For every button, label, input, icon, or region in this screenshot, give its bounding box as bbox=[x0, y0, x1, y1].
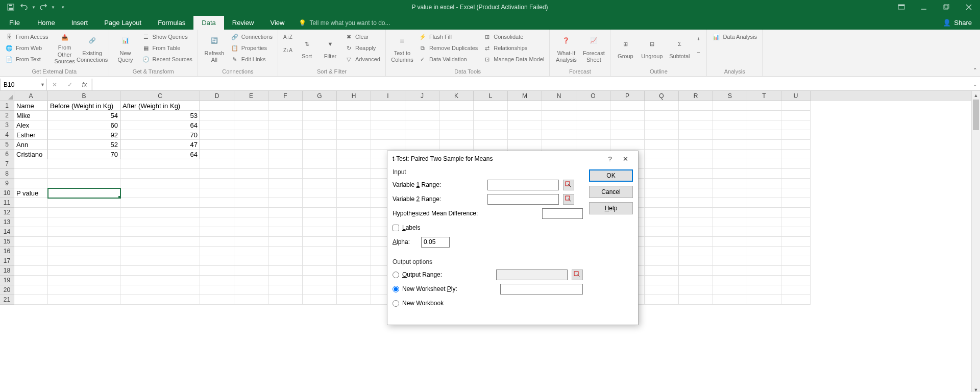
cell-C5[interactable]: 47 bbox=[120, 140, 200, 150]
row-header-16[interactable]: 16 bbox=[0, 247, 14, 256]
cell-F3[interactable] bbox=[268, 120, 303, 130]
cell-R3[interactable] bbox=[679, 120, 713, 130]
cell-F14[interactable] bbox=[268, 227, 303, 237]
cell-R11[interactable] bbox=[679, 198, 713, 208]
cell-B11[interactable] bbox=[48, 198, 120, 208]
cell-E12[interactable] bbox=[234, 208, 268, 217]
cell-D17[interactable] bbox=[200, 256, 234, 266]
cell-D19[interactable] bbox=[200, 276, 234, 285]
cell-A11[interactable] bbox=[14, 198, 48, 208]
cell-T17[interactable] bbox=[747, 256, 781, 266]
data-analysis-button[interactable]: 📊Data Analysis bbox=[710, 31, 759, 42]
cell-U13[interactable] bbox=[781, 217, 811, 227]
cell-A21[interactable] bbox=[14, 295, 48, 305]
formula-bar[interactable]: ⌄ bbox=[92, 79, 980, 90]
column-header-F[interactable]: F bbox=[268, 91, 303, 101]
row-header-8[interactable]: 8 bbox=[0, 169, 14, 179]
column-header-U[interactable]: U bbox=[781, 91, 811, 101]
cell-P1[interactable] bbox=[610, 101, 645, 111]
cell-S4[interactable] bbox=[713, 130, 747, 140]
cell-G2[interactable] bbox=[303, 111, 337, 120]
cell-T21[interactable] bbox=[747, 295, 781, 305]
tell-me-search[interactable]: 💡Tell me what you want to do... bbox=[292, 16, 396, 30]
consolidate-button[interactable]: ⊞Consolidate bbox=[481, 31, 546, 42]
cell-S10[interactable] bbox=[713, 188, 747, 198]
cell-G5[interactable] bbox=[303, 140, 337, 150]
cell-B7[interactable] bbox=[48, 159, 120, 169]
relationships-button[interactable]: ⇄Relationships bbox=[481, 42, 546, 54]
cell-O4[interactable] bbox=[576, 130, 610, 140]
column-header-S[interactable]: S bbox=[713, 91, 747, 101]
cell-A4[interactable]: Esther bbox=[14, 130, 48, 140]
edit-links-button[interactable]: ✎Edit Links bbox=[229, 54, 275, 65]
cell-D9[interactable] bbox=[200, 179, 234, 188]
cell-Q9[interactable] bbox=[645, 179, 679, 188]
column-header-O[interactable]: O bbox=[576, 91, 610, 101]
from-access-button[interactable]: 🗄From Access bbox=[3, 31, 51, 42]
cell-E15[interactable] bbox=[234, 237, 268, 247]
cell-E13[interactable] bbox=[234, 217, 268, 227]
cell-I2[interactable] bbox=[371, 111, 405, 120]
name-box[interactable]: B10▼ bbox=[0, 79, 47, 90]
var1-input[interactable] bbox=[487, 180, 559, 190]
cell-G1[interactable] bbox=[303, 101, 337, 111]
filter-button[interactable]: ▼Filter bbox=[319, 31, 341, 65]
cell-F1[interactable] bbox=[268, 101, 303, 111]
cell-F5[interactable] bbox=[268, 140, 303, 150]
cell-G16[interactable] bbox=[303, 247, 337, 256]
cell-S2[interactable] bbox=[713, 111, 747, 120]
cell-R1[interactable] bbox=[679, 101, 713, 111]
new-query-button[interactable]: 📊New Query bbox=[112, 31, 139, 65]
cell-R10[interactable] bbox=[679, 188, 713, 198]
cell-C4[interactable]: 70 bbox=[120, 130, 200, 140]
cell-D6[interactable] bbox=[200, 150, 234, 159]
cell-F8[interactable] bbox=[268, 169, 303, 179]
cell-R7[interactable] bbox=[679, 159, 713, 169]
cell-M3[interactable] bbox=[508, 120, 542, 130]
cell-R5[interactable] bbox=[679, 140, 713, 150]
cell-Q21[interactable] bbox=[645, 295, 679, 305]
cell-N1[interactable] bbox=[542, 101, 576, 111]
cell-C7[interactable] bbox=[120, 159, 200, 169]
cell-E4[interactable] bbox=[234, 130, 268, 140]
alpha-input[interactable] bbox=[421, 237, 450, 248]
tab-file[interactable]: File bbox=[0, 16, 29, 30]
cell-E2[interactable] bbox=[234, 111, 268, 120]
cell-G21[interactable] bbox=[303, 295, 337, 305]
cell-G4[interactable] bbox=[303, 130, 337, 140]
cell-S11[interactable] bbox=[713, 198, 747, 208]
cell-O3[interactable] bbox=[576, 120, 610, 130]
undo-icon[interactable] bbox=[17, 1, 31, 13]
cell-K3[interactable] bbox=[439, 120, 474, 130]
cell-A10[interactable]: P value bbox=[14, 188, 48, 198]
cell-Q3[interactable] bbox=[645, 120, 679, 130]
cell-Q17[interactable] bbox=[645, 256, 679, 266]
cell-B4[interactable]: 92 bbox=[48, 130, 120, 140]
cell-N2[interactable] bbox=[542, 111, 576, 120]
maximize-icon[interactable] bbox=[935, 0, 958, 14]
cell-H6[interactable] bbox=[337, 150, 371, 159]
remove-duplicates-button[interactable]: ⧉Remove Duplicates bbox=[416, 42, 480, 54]
subtotal-button[interactable]: ΣSubtotal bbox=[667, 31, 692, 65]
cell-H12[interactable] bbox=[337, 208, 371, 217]
cell-C17[interactable] bbox=[120, 256, 200, 266]
cell-Q20[interactable] bbox=[645, 285, 679, 295]
cell-J5[interactable] bbox=[405, 140, 439, 150]
tab-insert[interactable]: Insert bbox=[63, 16, 96, 30]
column-header-P[interactable]: P bbox=[610, 91, 645, 101]
cell-U15[interactable] bbox=[781, 237, 811, 247]
cell-B18[interactable] bbox=[48, 266, 120, 276]
cell-R6[interactable] bbox=[679, 150, 713, 159]
cell-R13[interactable] bbox=[679, 217, 713, 227]
enter-formula-icon[interactable]: ✓ bbox=[67, 81, 72, 88]
cell-R8[interactable] bbox=[679, 169, 713, 179]
cell-T8[interactable] bbox=[747, 169, 781, 179]
cancel-formula-icon[interactable]: ✕ bbox=[52, 81, 57, 88]
cell-D20[interactable] bbox=[200, 285, 234, 295]
cell-S7[interactable] bbox=[713, 159, 747, 169]
cell-P4[interactable] bbox=[610, 130, 645, 140]
ok-button[interactable]: OK bbox=[589, 169, 633, 182]
cell-F11[interactable] bbox=[268, 198, 303, 208]
column-header-A[interactable]: A bbox=[14, 91, 48, 101]
from-text-button[interactable]: 📄From Text bbox=[3, 54, 51, 65]
